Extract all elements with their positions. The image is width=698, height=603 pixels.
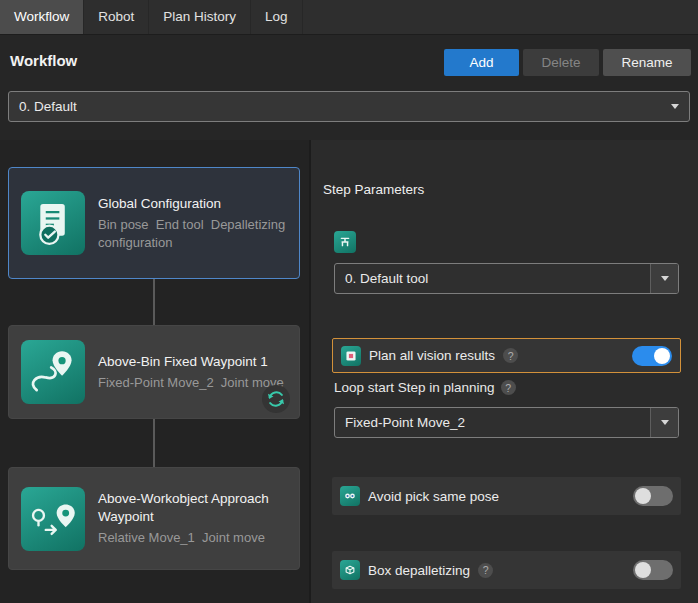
tab-plan-history[interactable]: Plan History [149,0,251,34]
end-tool-icon [334,231,356,253]
step-card-global-configuration[interactable]: Global Configuration Bin pose End tool D… [8,167,300,279]
plan-all-vision-label: Plan all vision results [369,348,495,363]
plan-all-vision-toggle[interactable] [632,346,672,366]
connector-line [153,279,155,325]
rename-button[interactable]: Rename [603,49,691,76]
step-subtitle: Relative Move_1 Joint move [98,529,287,547]
chevron-down-icon [661,104,689,109]
loop-start-selector[interactable]: Fixed-Point Move_2 [334,407,679,438]
help-icon[interactable]: ? [478,563,493,578]
box-depalletizing-label: Box depalletizing [368,563,470,578]
plan-all-vision-row: Plan all vision results ? [332,338,681,373]
tab-log[interactable]: Log [251,0,303,34]
box-depalletizing-row: Box depalletizing ? [332,551,681,589]
app-window: Workflow Robot Plan History Log Workflow… [0,0,698,603]
vision-result-icon [341,346,361,366]
connector-line [153,419,155,467]
avoid-pick-label: Avoid pick same pose [368,489,499,504]
help-icon[interactable]: ? [503,348,518,363]
box-icon [340,560,360,580]
avoid-pick-icon [340,486,360,506]
step-parameters-panel: Step Parameters 0. Default tool Plan all… [311,140,698,603]
tab-workflow[interactable]: Workflow [0,0,84,34]
workflow-section-title: Workflow [10,52,77,69]
step-subtitle: Bin pose End tool Depalletizing configur… [98,216,287,251]
avoid-pick-row: Avoid pick same pose [332,477,681,515]
tool-selector[interactable]: 0. Default tool [334,263,679,294]
top-tab-bar: Workflow Robot Plan History Log [0,0,698,35]
workflow-selector[interactable]: 0. Default [8,91,690,122]
step-title: Global Configuration [98,195,287,213]
delete-button[interactable]: Delete [523,49,599,76]
tab-robot[interactable]: Robot [84,0,149,34]
box-depalletizing-toggle[interactable] [633,560,673,580]
step-list-panel: Global Configuration Bin pose End tool D… [0,140,309,603]
step-title: Above-Workobject Approach Waypoint [98,490,287,526]
document-check-icon [21,191,85,255]
waypoint-path-icon [21,340,85,404]
step-subtitle: Fixed-Point Move_2 Joint move [98,374,287,392]
step-parameters-title: Step Parameters [323,182,424,197]
tool-selector-value: 0. Default tool [335,271,650,286]
add-button[interactable]: Add [444,49,519,76]
chevron-down-icon [650,408,678,437]
workflow-selector-value: 0. Default [9,99,661,114]
chevron-down-icon [650,264,678,293]
loop-refresh-icon [262,385,290,413]
relative-move-pins-icon [21,487,85,551]
help-icon[interactable]: ? [501,380,516,395]
step-card-above-bin-fixed-waypoint[interactable]: Above-Bin Fixed Waypoint 1 Fixed-Point M… [8,325,300,419]
loop-start-label: Loop start Step in planning [334,380,495,395]
loop-start-selector-value: Fixed-Point Move_2 [335,415,650,430]
avoid-pick-toggle[interactable] [633,486,673,506]
step-title: Above-Bin Fixed Waypoint 1 [98,353,287,371]
step-card-above-workobject-approach-waypoint[interactable]: Above-Workobject Approach Waypoint Relat… [8,467,300,570]
